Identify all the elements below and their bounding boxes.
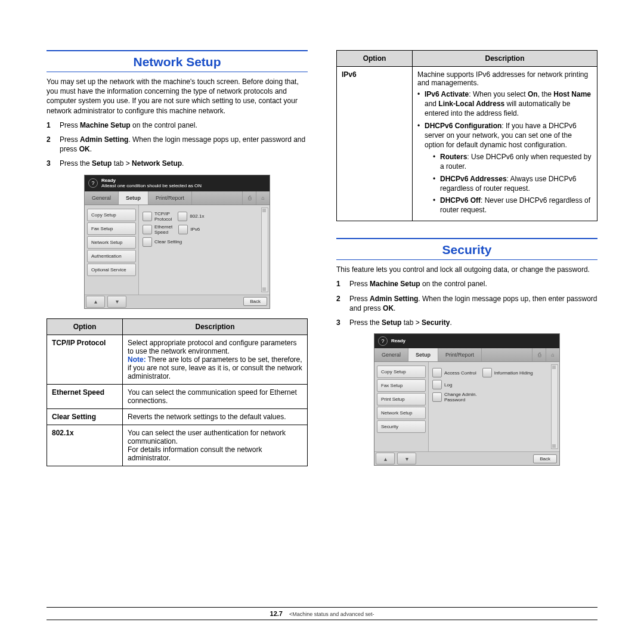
nav-up-icon[interactable]: ▴ [86,296,105,308]
opt-ethernet-speed[interactable]: Ethernet Speed [143,224,172,235]
sidebar-item[interactable]: Optional Service [87,264,136,276]
heading-security: Security [336,238,597,260]
back-button[interactable]: Back [533,454,557,463]
opt-clear-setting[interactable]: Clear Setting [143,237,182,247]
intro-security: This feature lets you control and lock a… [336,265,597,274]
scrollbar[interactable] [551,364,558,449]
tab-print-report[interactable]: Print/Report [438,348,482,361]
help-icon: ? [378,336,388,346]
back-button[interactable]: Back [243,297,267,306]
sidebar-item[interactable]: Security [377,420,426,433]
intro-network: You may set up the network with the mach… [47,77,308,116]
opt-tcpip[interactable]: TCP/IP Protocol [143,211,172,222]
table-network-options: OptionDescription TCP/IP Protocol Select… [47,318,308,466]
opt-change-admin-password[interactable]: Change Admin. Password [432,392,477,402]
tab-general[interactable]: General [85,191,119,205]
nav-up-icon[interactable]: ▴ [376,453,395,465]
tab-print-report[interactable]: Print/Report [148,191,192,205]
heading-network-setup: Network Setup [47,50,308,72]
tab-setup[interactable]: Setup [119,191,148,205]
screenshot-network-setup: ? Ready Atleast one condition should be … [84,175,270,309]
sidebar-item[interactable]: Copy Setup [87,209,136,221]
sidebar-item[interactable]: Network Setup [377,407,426,419]
tab-setup[interactable]: Setup [408,348,438,361]
table-ipv6: OptionDescription IPv6 Machine supports … [336,50,597,221]
tab-general[interactable]: General [374,348,408,361]
screenshot-security: ? Ready General Setup Print/Report ⎙ ⌂ C… [374,333,560,466]
opt-log[interactable]: Log [432,380,452,389]
opt-ipv6[interactable]: IPv6 [178,225,200,234]
nav-down-icon[interactable]: ▾ [107,296,126,308]
steps-security: 1Press Machine Setup on the control pane… [336,279,597,327]
opt-8021x[interactable]: 802.1x [178,212,204,221]
sidebar-item[interactable]: Authentication [87,250,136,262]
scrollbar[interactable] [261,208,268,292]
opt-access-control[interactable]: Access Control [432,368,476,377]
tool-icon[interactable]: ⎙ [532,348,546,361]
sidebar-item[interactable]: Fax Setup [377,379,426,392]
steps-network: 1Press Machine Setup on the control pane… [47,120,308,169]
home-icon[interactable]: ⌂ [256,191,270,205]
sidebar-item[interactable]: Fax Setup [87,222,136,235]
home-icon[interactable]: ⌂ [546,348,559,361]
nav-down-icon[interactable]: ▾ [397,453,416,465]
sidebar-item[interactable]: Network Setup [87,236,136,249]
tool-icon[interactable]: ⎙ [242,191,256,205]
sidebar-item[interactable]: Copy Setup [377,366,426,378]
sidebar-item[interactable]: Print Setup [377,393,426,405]
opt-information-hiding[interactable]: Information Hiding [482,368,533,377]
help-icon: ? [88,178,98,188]
page-footer: 12.7 <Machine status and advanced set- [47,607,597,620]
